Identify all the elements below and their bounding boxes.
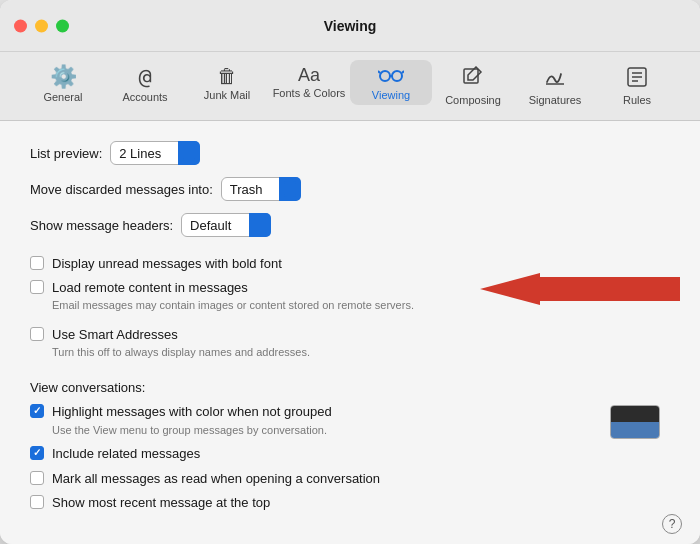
- annotation-arrow: [480, 273, 680, 305]
- toolbar-item-general[interactable]: ⚙️ General: [22, 60, 104, 107]
- toolbar-item-junk-mail[interactable]: 🗑 Junk Mail: [186, 60, 268, 105]
- svg-line-4: [402, 71, 404, 73]
- svg-point-0: [380, 71, 390, 81]
- remote-content-sublabel: Email messages may contain images or con…: [52, 298, 414, 313]
- highlight-text: Highlight messages with color when not g…: [52, 403, 602, 438]
- most-recent-label: Show most recent message at the top: [52, 494, 270, 512]
- viewing-icon: [378, 66, 404, 86]
- include-related-label: Include related messages: [52, 445, 200, 463]
- move-discarded-row: Move discarded messages into: Trash Arch…: [30, 177, 670, 201]
- mark-read-checkbox[interactable]: [30, 471, 44, 485]
- content-area: List preview: 2 Lines None 1 Line 3 Line…: [0, 121, 700, 544]
- rules-icon: [626, 66, 648, 91]
- minimize-button[interactable]: [35, 19, 48, 32]
- color-preview[interactable]: [610, 405, 660, 439]
- toolbar-item-rules[interactable]: Rules: [596, 60, 678, 110]
- toolbar-label-viewing: Viewing: [372, 89, 410, 101]
- show-headers-row: Show message headers: Default All Custom: [30, 213, 670, 237]
- bold-unread-label: Display unread messages with bold font: [52, 255, 282, 273]
- include-related-row: Include related messages: [30, 445, 670, 463]
- bold-unread-text: Display unread messages with bold font: [52, 255, 282, 273]
- color-preview-top: [611, 406, 659, 422]
- smart-addresses-text: Use Smart Addresses Turn this off to alw…: [52, 326, 310, 361]
- window-title: Viewing: [324, 18, 377, 34]
- settings-window: Viewing ⚙️ General @ Accounts 🗑 Junk Mai…: [0, 0, 700, 544]
- show-headers-label: Show message headers:: [30, 218, 173, 233]
- remote-content-checkbox[interactable]: [30, 280, 44, 294]
- close-button[interactable]: [14, 19, 27, 32]
- toolbar-item-fonts-colors[interactable]: Aa Fonts & Colors: [268, 60, 350, 103]
- help-button[interactable]: ?: [662, 514, 682, 534]
- toolbar-item-signatures[interactable]: Signatures: [514, 60, 596, 110]
- most-recent-row: Show most recent message at the top: [30, 494, 670, 512]
- mark-read-text: Mark all messages as read when opening a…: [52, 470, 380, 488]
- remote-content-label: Load remote content in messages: [52, 279, 414, 297]
- highlight-checkbox[interactable]: [30, 404, 44, 418]
- toolbar-label-fonts-colors: Fonts & Colors: [273, 87, 346, 99]
- view-conversations-label: View conversations:: [30, 380, 670, 395]
- most-recent-text: Show most recent message at the top: [52, 494, 270, 512]
- titlebar: Viewing: [0, 0, 700, 52]
- toolbar-label-rules: Rules: [623, 94, 651, 106]
- list-preview-row: List preview: 2 Lines None 1 Line 3 Line…: [30, 141, 670, 165]
- smart-addresses-label: Use Smart Addresses: [52, 326, 310, 344]
- smart-addresses-row: Use Smart Addresses Turn this off to alw…: [30, 326, 670, 361]
- move-discarded-label: Move discarded messages into:: [30, 182, 213, 197]
- show-headers-select[interactable]: Default All Custom: [181, 213, 271, 237]
- highlight-label: Highlight messages with color when not g…: [52, 403, 602, 421]
- list-preview-label: List preview:: [30, 146, 102, 161]
- bold-unread-checkbox[interactable]: [30, 256, 44, 270]
- svg-marker-10: [480, 273, 680, 305]
- list-preview-select[interactable]: 2 Lines None 1 Line 3 Lines 5 Lines: [110, 141, 200, 165]
- at-icon: @: [138, 66, 151, 88]
- toolbar-item-accounts[interactable]: @ Accounts: [104, 60, 186, 107]
- include-related-text: Include related messages: [52, 445, 200, 463]
- toolbar-item-composing[interactable]: Composing: [432, 60, 514, 110]
- toolbar: ⚙️ General @ Accounts 🗑 Junk Mail Aa Fon…: [0, 52, 700, 121]
- gear-icon: ⚙️: [50, 66, 77, 88]
- toolbar-label-composing: Composing: [445, 94, 501, 106]
- toolbar-label-junk-mail: Junk Mail: [204, 89, 250, 101]
- move-discarded-select-wrap: Trash Archive: [221, 177, 301, 201]
- list-preview-select-wrap: 2 Lines None 1 Line 3 Lines 5 Lines: [110, 141, 200, 165]
- toolbar-item-viewing[interactable]: Viewing: [350, 60, 432, 105]
- highlight-sublabel: Use the View menu to group messages by c…: [52, 423, 602, 438]
- junk-mail-icon: 🗑: [217, 66, 237, 86]
- toolbar-label-general: General: [43, 91, 82, 103]
- move-discarded-select[interactable]: Trash Archive: [221, 177, 301, 201]
- svg-line-3: [378, 71, 380, 73]
- include-related-checkbox[interactable]: [30, 446, 44, 460]
- show-headers-select-wrap: Default All Custom: [181, 213, 271, 237]
- fonts-icon: Aa: [298, 66, 320, 84]
- window-controls: [14, 19, 69, 32]
- signatures-icon: [544, 66, 566, 91]
- maximize-button[interactable]: [56, 19, 69, 32]
- smart-addresses-checkbox[interactable]: [30, 327, 44, 341]
- remote-content-row: Load remote content in messages Email me…: [30, 279, 670, 314]
- svg-point-1: [392, 71, 402, 81]
- compose-icon: [462, 66, 484, 91]
- help-icon: ?: [669, 517, 676, 531]
- smart-addresses-sublabel: Turn this off to always display names an…: [52, 345, 310, 360]
- mark-read-row: Mark all messages as read when opening a…: [30, 470, 670, 488]
- toolbar-label-signatures: Signatures: [529, 94, 582, 106]
- highlight-row: Highlight messages with color when not g…: [30, 403, 670, 439]
- color-preview-bottom: [611, 422, 659, 438]
- mark-read-label: Mark all messages as read when opening a…: [52, 470, 380, 488]
- toolbar-label-accounts: Accounts: [122, 91, 167, 103]
- remote-content-text: Load remote content in messages Email me…: [52, 279, 414, 314]
- bold-unread-row: Display unread messages with bold font: [30, 255, 670, 273]
- most-recent-checkbox[interactable]: [30, 495, 44, 509]
